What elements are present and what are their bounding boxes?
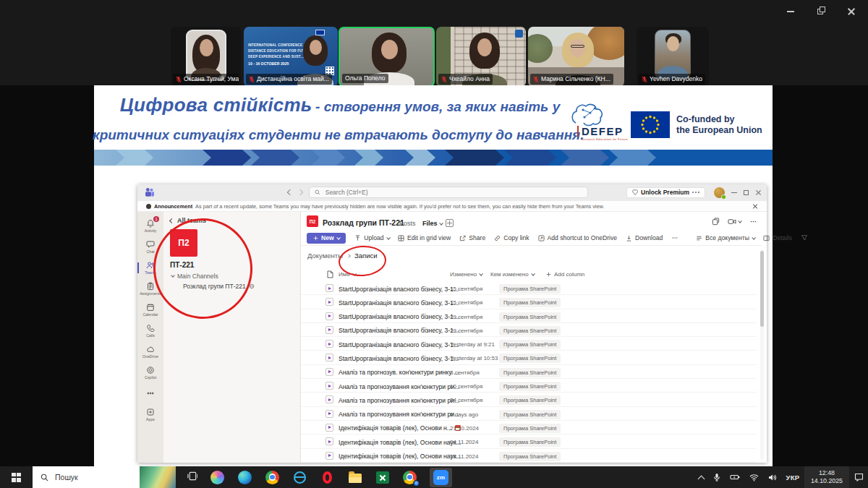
tab-posts[interactable]: Posts: [399, 220, 416, 227]
task-view-button[interactable]: [187, 471, 197, 484]
breadcrumb-root[interactable]: Документы: [307, 252, 343, 260]
rail-item-assignments[interactable]: Assignments: [137, 278, 163, 299]
file-explorer-icon[interactable]: [347, 470, 362, 485]
browser-profile-icon[interactable]: 0: [402, 470, 417, 485]
rail-item-copilot[interactable]: Copilot: [137, 362, 163, 383]
copilot-icon[interactable]: [210, 470, 225, 485]
search-highlight-image[interactable]: [140, 466, 176, 488]
more-icon[interactable]: [749, 218, 757, 226]
file-row[interactable]: StartUpорганізація власного бізнесу, 3-1…: [301, 295, 757, 309]
participant-tile-yevhen[interactable]: Yevhen Davydenko: [637, 27, 709, 87]
all-documents-selector[interactable]: Все документы: [696, 234, 754, 241]
file-row[interactable]: Аналіз та прогнозування кон'юнктури ри..…: [301, 393, 757, 406]
start-button[interactable]: [0, 466, 33, 488]
file-row[interactable]: StartUpорганізація власного бізнесу, 3-1…: [301, 281, 757, 295]
meet-button[interactable]: [728, 218, 741, 226]
copy-link-button[interactable]: Copy link: [494, 234, 529, 241]
edge-icon[interactable]: [237, 470, 252, 485]
file-row[interactable]: StartUpорганізація власного бізнесу, 3-1…: [301, 337, 757, 351]
add-shortcut-button[interactable]: Add shortcut to OneDrive: [538, 234, 618, 241]
clock[interactable]: 12:48 14.10.2025: [804, 466, 849, 488]
hidden-icons-button[interactable]: [694, 466, 708, 488]
zoom-app-active[interactable]: zm: [430, 468, 452, 487]
file-row[interactable]: StartUpорганізація власного бізнесу, 3-1…: [301, 323, 757, 337]
participant-tile-olha-active-speaker[interactable]: Ольга Попело: [339, 27, 435, 87]
new-button[interactable]: New: [307, 233, 346, 244]
video-file-icon: [326, 395, 333, 403]
notification-center-button[interactable]: [849, 466, 868, 488]
chrome-icon[interactable]: [265, 470, 280, 485]
file-row[interactable]: Аналіз та прогнозування кон'юнктури ри..…: [301, 407, 757, 421]
participant-tile-oksana[interactable]: Оксана Тупчій, Уманськ...: [171, 27, 241, 87]
team-logo[interactable]: П2: [170, 229, 197, 257]
teams-minimize-icon[interactable]: [731, 189, 738, 197]
participant-tile-conference[interactable]: INTERNATIONAL CONFERENCE DISTANCE EDUCAT…: [244, 27, 338, 87]
close-icon[interactable]: [846, 6, 856, 16]
excel-icon[interactable]: [375, 470, 390, 485]
taskbar-search-input[interactable]: [54, 472, 122, 482]
download-button[interactable]: Download: [626, 234, 663, 241]
toolbar-more-icon[interactable]: [671, 234, 678, 241]
rail-item-teams[interactable]: Teams: [137, 257, 163, 278]
file-row[interactable]: StartUpорганізація власного бізнесу, 3-1…: [301, 351, 757, 364]
rail-item-calendar[interactable]: Calendar: [137, 299, 163, 320]
opera-icon[interactable]: [320, 470, 335, 485]
column-header-name[interactable]: Имя: [339, 271, 355, 278]
channel-item[interactable]: Розклад групи ПТ-221: [183, 283, 255, 290]
participant-tile-anna[interactable]: Чхеайло Анна: [436, 27, 526, 87]
team-name[interactable]: ПТ-221: [170, 261, 194, 269]
breadcrumb: Документы Записи: [307, 252, 378, 260]
volume-tray-icon[interactable]: [763, 466, 781, 488]
unlock-premium-button[interactable]: Unlock Premium: [626, 187, 705, 198]
filter-icon[interactable]: [801, 234, 808, 241]
tab-files[interactable]: Files: [422, 220, 442, 227]
battery-tray-icon[interactable]: [725, 466, 744, 488]
column-header-modified-by[interactable]: Кем изменено: [490, 271, 534, 278]
rail-item-calls[interactable]: Calls: [137, 320, 163, 341]
file-row[interactable]: Ідентифікація товарів (лек), Основи н...…: [301, 421, 757, 435]
column-header-modified[interactable]: Изменено: [450, 271, 482, 278]
rail-item-activity[interactable]: 1 Activity: [137, 215, 163, 236]
rail-item-onedrive[interactable]: OneDrive: [137, 341, 163, 362]
mic-muted-icon: [533, 76, 539, 83]
file-row[interactable]: Аналіз та прогнозування кон'юнктури ри..…: [301, 379, 757, 393]
more-options-icon[interactable]: [692, 192, 699, 193]
teams-restore-icon[interactable]: [743, 189, 750, 197]
details-button[interactable]: Details: [763, 234, 791, 241]
rail-item-more[interactable]: [137, 383, 163, 404]
file-row[interactable]: StartUpорганізація власного бізнесу, 3-1…: [301, 309, 757, 323]
internet-explorer-icon[interactable]: [292, 470, 307, 485]
breadcrumb-current[interactable]: Записи: [354, 252, 378, 260]
file-row[interactable]: Аналіз та прогнозув. кон'юнктури ринку .…: [301, 365, 757, 379]
scrollbar-thumb[interactable]: [760, 251, 764, 327]
document-icon[interactable]: [327, 270, 333, 278]
language-indicator[interactable]: УКР: [781, 466, 804, 488]
file-row[interactable]: Ідентифікація товарів (лек), Основи наук…: [301, 449, 757, 463]
share-button[interactable]: Share: [459, 234, 485, 241]
all-teams-back[interactable]: All teams: [170, 217, 206, 224]
layers-icon[interactable]: [712, 218, 720, 226]
avatar[interactable]: [714, 187, 725, 198]
rail-item-chat[interactable]: Chat: [137, 236, 163, 257]
scrollbar[interactable]: [760, 249, 764, 460]
add-column-button[interactable]: Add column: [546, 271, 584, 278]
wifi-tray-icon[interactable]: [744, 466, 763, 488]
teams-logo-icon: [145, 187, 155, 197]
back-icon[interactable]: [287, 189, 293, 195]
teams-search[interactable]: [309, 187, 588, 198]
channels-group[interactable]: Main Channels: [171, 273, 218, 280]
teams-search-input[interactable]: [324, 188, 582, 197]
edit-grid-view-button[interactable]: Edit in grid view: [398, 234, 451, 241]
rail-item-apps[interactable]: Apps: [137, 404, 163, 425]
announcement-close-icon[interactable]: [752, 203, 758, 209]
microphone-tray-icon[interactable]: [708, 466, 725, 488]
add-tab-button[interactable]: [446, 219, 454, 227]
forward-icon[interactable]: [297, 189, 303, 195]
participant-tile-maryna[interactable]: Марина Сільченко (КН...: [528, 27, 624, 87]
teams-close-icon[interactable]: [755, 189, 762, 197]
file-row[interactable]: Ідентифікація товарів (лек), Основи наук…: [301, 435, 757, 448]
minimize-icon[interactable]: [786, 6, 796, 16]
restore-icon[interactable]: [816, 6, 826, 16]
taskbar-search[interactable]: [33, 466, 176, 488]
upload-button[interactable]: Upload: [354, 234, 389, 241]
